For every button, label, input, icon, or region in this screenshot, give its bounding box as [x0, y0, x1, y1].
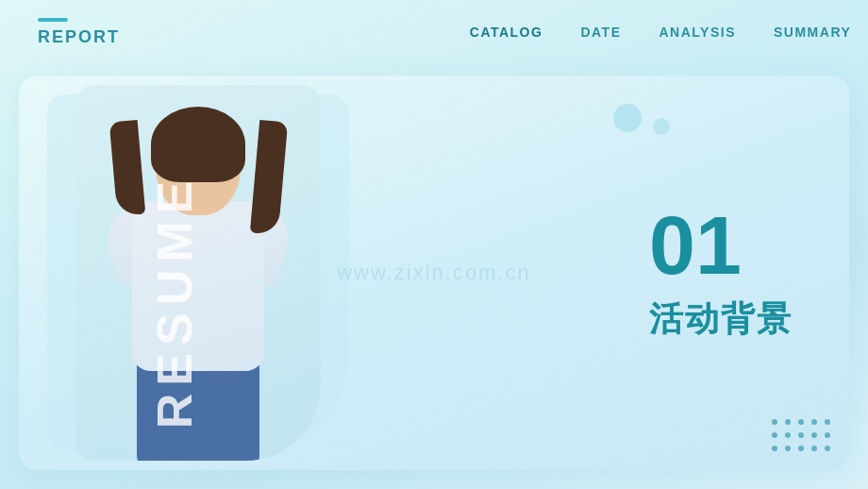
page-wrapper: REPORT CATALOG DATE ANALYSIS SUMMARY RES… [0, 0, 868, 489]
dot [772, 419, 777, 425]
dot [772, 432, 777, 438]
hair-top [151, 107, 245, 182]
hair-left [109, 120, 146, 216]
dot [798, 419, 804, 425]
main-content: RESUME [19, 76, 849, 470]
dot [811, 446, 817, 451]
dot [811, 419, 817, 425]
dot [811, 432, 817, 438]
dot [785, 419, 791, 425]
circle-top [613, 104, 642, 132]
dot [785, 446, 791, 451]
dot [785, 432, 791, 438]
section-title: 活动背景 [649, 296, 793, 343]
dot [825, 432, 830, 438]
dot [825, 446, 830, 451]
resume-label: RESUME [146, 174, 203, 429]
header-bar [38, 18, 68, 22]
hair-right [250, 120, 288, 235]
right-content: 01 活动背景 [649, 204, 793, 343]
dot [825, 419, 830, 425]
header-left: REPORT [38, 18, 120, 47]
dots-grid [772, 419, 830, 451]
watermark: www.zixin.com.cn [337, 261, 531, 285]
dot [772, 446, 777, 451]
nav-analysis[interactable]: ANALYSIS [659, 25, 736, 40]
header-nav: CATALOG DATE ANALYSIS SUMMARY [470, 25, 830, 41]
dot [798, 446, 804, 451]
section-number: 01 [649, 204, 742, 287]
circle-top-small [653, 118, 670, 135]
nav-date[interactable]: DATE [580, 25, 621, 40]
nav-summary[interactable]: SUMMARY [774, 25, 830, 41]
header: REPORT CATALOG DATE ANALYSIS SUMMARY [0, 0, 868, 64]
header-title: REPORT [38, 27, 120, 47]
dot [798, 432, 804, 438]
nav-catalog[interactable]: CATALOG [470, 25, 543, 40]
